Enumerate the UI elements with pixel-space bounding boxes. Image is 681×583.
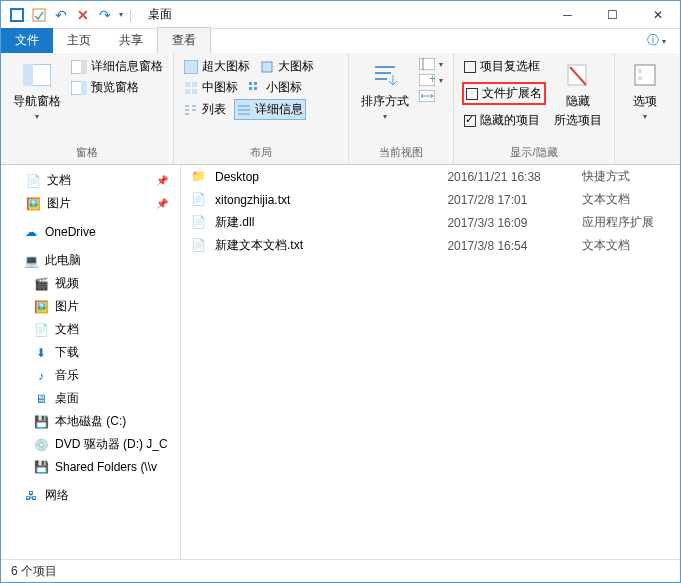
tab-file[interactable]: 文件 [1,28,53,53]
add-columns-button[interactable]: +▾ [417,73,445,87]
svg-rect-14 [192,89,197,94]
ribbon-group-options: 选项 ▾ [615,53,675,164]
sidebar-item-documents[interactable]: 📄文档📌 [1,169,180,192]
details-button[interactable]: 详细信息 [234,99,306,120]
file-extensions-toggle[interactable]: 文件扩展名 [462,82,546,105]
checkbox-icon [466,88,478,100]
file-type: 文本文档 [582,191,670,208]
tab-home[interactable]: 主页 [53,28,105,53]
sidebar-item-pictures[interactable]: 🖼️图片📌 [1,192,180,215]
svg-rect-8 [81,81,87,95]
minimize-button[interactable]: ─ [545,1,590,29]
small-icons-button[interactable]: 小图标 [246,78,304,97]
file-name: 新建.dll [215,214,439,231]
svg-rect-16 [254,82,257,85]
svg-text:+: + [429,74,435,86]
list-button[interactable]: 列表 [182,99,228,120]
svg-rect-13 [185,89,190,94]
tab-share[interactable]: 共享 [105,28,157,53]
sidebar-item-videos[interactable]: 🎬视频 [1,272,180,295]
ribbon-group-layout: 超大图标 大图标 中图标 小图标 列表 详细信息 布局 [174,53,349,164]
file-date: 2016/11/21 16:38 [447,170,574,184]
ribbon-group-current-view: 排序方式 ▾ ▾ +▾ 当前视图 [349,53,454,164]
file-list[interactable]: 📁 Desktop 2016/11/21 16:38 快捷方式 📄 xitong… [181,165,680,559]
large-icons-button[interactable]: 大图标 [258,57,316,76]
file-row[interactable]: 📁 Desktop 2016/11/21 16:38 快捷方式 [181,165,680,188]
size-columns-button[interactable] [417,89,445,103]
drive-icon: 💾 [33,414,49,430]
sidebar-item-downloads[interactable]: ⬇下载 [1,341,180,364]
group-label-panes: 窗格 [9,143,165,162]
titlebar: ↶ ✕ ↷ ▾ | 桌面 ─ ☐ ✕ [1,1,680,29]
sidebar-item-music[interactable]: ♪音乐 [1,364,180,387]
item-checkboxes-toggle[interactable]: 项目复选框 [462,57,546,76]
ribbon-group-show-hide: 项目复选框 文件扩展名 隐藏的项目 隐藏 所选项目 显示/隐藏 [454,53,615,164]
downloads-icon: ⬇ [33,345,49,361]
sidebar-item-documents-pc[interactable]: 📄文档 [1,318,180,341]
close-button[interactable]: ✕ [635,1,680,29]
group-label-show-hide: 显示/隐藏 [462,143,606,162]
network-drive-icon: 💾 [33,459,49,475]
svg-rect-10 [262,62,272,72]
file-row[interactable]: 📄 新建.dll 2017/3/3 16:09 应用程序扩展 [181,211,680,234]
extra-large-icons-button[interactable]: 超大图标 [182,57,252,76]
qat-dropdown-icon[interactable]: ▾ [119,10,123,19]
preview-pane-button[interactable]: 预览窗格 [69,78,165,97]
maximize-button[interactable]: ☐ [590,1,635,29]
file-row[interactable]: 📄 xitongzhijia.txt 2017/2/8 17:01 文本文档 [181,188,680,211]
sidebar-item-localdisk[interactable]: 💾本地磁盘 (C:) [1,410,180,433]
help-icon[interactable]: ⓘ ▾ [643,28,670,53]
sidebar-item-onedrive[interactable]: ▸☁OneDrive [1,221,180,243]
navigation-pane-button[interactable]: 导航窗格 ▾ [9,57,65,123]
hide-selected-button[interactable]: 隐藏 所选项目 [550,57,606,131]
pin-icon: 📌 [156,175,168,186]
svg-rect-11 [185,82,190,87]
redo-icon[interactable]: ✕ [75,7,91,23]
onedrive-icon: ☁ [23,224,39,240]
svg-rect-9 [184,60,198,74]
tab-view[interactable]: 查看 [157,27,211,53]
delete-icon[interactable]: ↷ [97,7,113,23]
file-name: Desktop [215,170,439,184]
details-pane-button[interactable]: 详细信息窗格 [69,57,165,76]
properties-icon[interactable] [31,7,47,23]
sort-by-button[interactable]: 排序方式 ▾ [357,57,413,123]
file-date: 2017/3/3 16:09 [447,216,574,230]
checkbox-checked-icon [464,115,476,127]
chevron-down-icon: ▾ [35,112,39,121]
status-bar: 6 个项目 [1,559,680,583]
sidebar-item-shared[interactable]: 💾Shared Folders (\\v [1,456,180,478]
text-file-icon: 📄 [191,238,207,254]
svg-rect-4 [23,64,33,86]
sidebar-item-thispc[interactable]: ▾💻此电脑 [1,249,180,272]
medium-icons-button[interactable]: 中图标 [182,78,240,97]
file-date: 2017/2/8 17:01 [447,193,574,207]
item-count: 6 个项目 [11,563,57,580]
svg-rect-38 [638,76,642,80]
svg-rect-6 [81,60,87,74]
window-controls: ─ ☐ ✕ [545,1,680,29]
sidebar-item-dvd[interactable]: 💿DVD 驱动器 (D:) J_C [1,433,180,456]
sidebar-item-network[interactable]: ▸🖧网络 [1,484,180,507]
svg-rect-2 [33,9,45,21]
navigation-tree: 📄文档📌 🖼️图片📌 ▸☁OneDrive ▾💻此电脑 🎬视频 🖼️图片 📄文档… [1,165,181,559]
preview-pane-label: 预览窗格 [91,79,139,96]
sidebar-item-desktop[interactable]: 🖥桌面 [1,387,180,410]
divider: | [129,8,132,22]
file-row[interactable]: 📄 新建文本文档.txt 2017/3/8 16:54 文本文档 [181,234,680,257]
details-pane-label: 详细信息窗格 [91,58,163,75]
hidden-items-toggle[interactable]: 隐藏的项目 [462,111,546,130]
network-icon: 🖧 [23,488,39,504]
group-label-layout: 布局 [182,143,340,162]
pictures-icon: 🖼️ [25,196,41,212]
svg-rect-30 [419,58,435,70]
chevron-down-icon: ▾ [643,112,647,121]
group-by-button[interactable]: ▾ [417,57,445,71]
window-title: 桌面 [148,6,172,23]
checkbox-icon [464,61,476,73]
sidebar-item-pictures-pc[interactable]: 🖼️图片 [1,295,180,318]
options-button[interactable]: 选项 ▾ [623,57,667,123]
ribbon-group-panes: 导航窗格 ▾ 详细信息窗格 预览窗格 窗格 [1,53,174,164]
file-date: 2017/3/8 16:54 [447,239,574,253]
undo-icon[interactable]: ↶ [53,7,69,23]
